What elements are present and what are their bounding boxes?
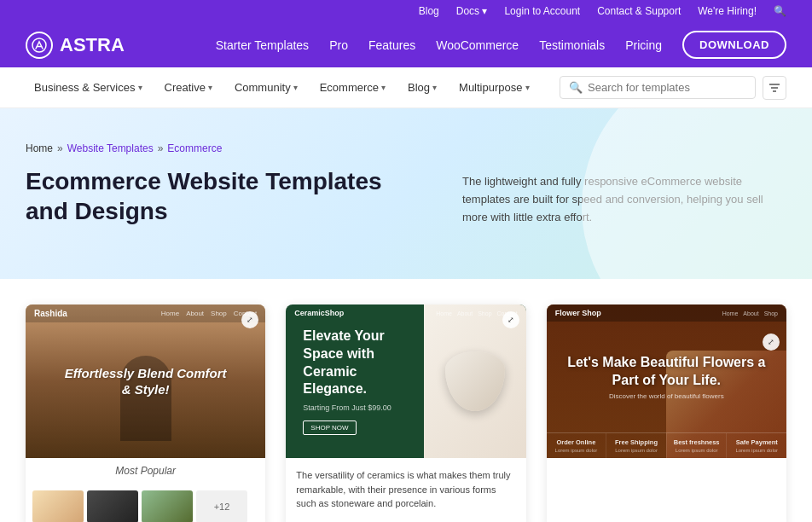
expand-icon[interactable]: ⤢ [763, 334, 780, 351]
card-hero: Let's Make Beautiful Flowers a Part of Y… [547, 322, 786, 432]
shop-now-button[interactable]: SHOP NOW [303, 420, 356, 435]
card-thumbnail: ⤢ CeramicShop Home About Shop Contact El… [286, 304, 525, 458]
hero-description: The lightweight and fully responsive eCo… [462, 166, 786, 226]
breadcrumb-website-templates[interactable]: Website Templates [67, 142, 154, 154]
thumbnail-mini[interactable] [32, 490, 84, 522]
card-description: The versatility of ceramics is what make… [286, 458, 525, 521]
template-section: Rashida Home About Shop Contact Effortle… [0, 279, 812, 522]
nav-pro[interactable]: Pro [329, 38, 348, 52]
search-icon: 🔍 [569, 81, 583, 94]
logo-icon [26, 32, 53, 59]
breadcrumb-home[interactable]: Home [26, 142, 53, 154]
chevron-down-icon: ▾ [208, 83, 212, 92]
chevron-down-icon: ▾ [381, 83, 386, 92]
chevron-down-icon: ▾ [293, 83, 298, 92]
search-input[interactable] [588, 81, 746, 94]
breadcrumb-current: Ecommerce [167, 142, 222, 154]
chevron-down-icon: ▾ [432, 83, 437, 92]
template-card: ⤢ Flower Shop Home About Shop Let's Make… [547, 304, 786, 522]
feature-item: Order Online Lorem ipsum dolor [547, 433, 607, 458]
feature-item: Safe Payment Lorem ipsum dolor [727, 433, 786, 458]
docs-link[interactable]: Docs ▾ [456, 5, 488, 17]
card-subtitle: Discover the world of beautiful flowers [555, 392, 778, 400]
thumbnail-mini[interactable] [87, 490, 138, 522]
contact-link[interactable]: Contact & Support [597, 5, 681, 17]
logo-text: ASTRA [60, 34, 125, 56]
card-content: Elevate Your Space with Ceramic Elegance… [286, 310, 423, 452]
main-nav: ASTRA Starter Templates Pro Features Woo… [0, 22, 812, 67]
category-nav: Business & Services ▾ Creative ▾ Communi… [26, 67, 538, 108]
card-badge: Most Popular [26, 458, 265, 484]
nav-pricing[interactable]: Pricing [625, 38, 662, 52]
chevron-down-icon: ▾ [525, 83, 530, 92]
card-thumbnail: Rashida Home About Shop Contact Effortle… [26, 304, 265, 458]
secondary-nav: Business & Services ▾ Creative ▾ Communi… [0, 67, 812, 108]
template-card: ⤢ CeramicShop Home About Shop Contact El… [286, 304, 525, 522]
card-title: Effortlessly Blend Comfort& Style! [65, 365, 227, 398]
card-title: Let's Make Beautiful Flowers a Part of Y… [555, 354, 778, 390]
card-subtitle: Starting From Just $99.00 [303, 403, 406, 412]
card-mini-nav: Flower Shop Home About Shop [547, 304, 786, 322]
hero-section: Home » Website Templates » Ecommerce Eco… [0, 108, 812, 279]
thumbnail-more[interactable]: +12 [196, 490, 247, 522]
nav-business-services[interactable]: Business & Services ▾ [26, 67, 151, 108]
chevron-down-icon: ▾ [138, 83, 142, 92]
template-card: Rashida Home About Shop Contact Effortle… [26, 304, 265, 522]
card-features: Order Online Lorem ipsum dolor Free Ship… [547, 432, 786, 458]
template-grid: Rashida Home About Shop Contact Effortle… [26, 304, 786, 522]
login-link[interactable]: Login to Account [504, 5, 580, 17]
nav-features[interactable]: Features [368, 38, 415, 52]
breadcrumb: Home » Website Templates » Ecommerce [26, 142, 786, 154]
blog-link[interactable]: Blog [419, 5, 439, 17]
nav-community[interactable]: Community ▾ [226, 67, 306, 108]
hiring-link[interactable]: We're Hiring! [698, 5, 757, 17]
hero-content: Ecommerce Website Templates and Designs … [26, 166, 786, 236]
nav-creative[interactable]: Creative ▾ [156, 67, 221, 108]
card-thumbnails-area: +12 [26, 484, 265, 522]
nav-starter-templates[interactable]: Starter Templates [216, 38, 309, 52]
top-bar: Blog Docs ▾ Login to Account Contact & S… [0, 0, 812, 22]
card-overlay: Effortlessly Blend Comfort& Style! [26, 304, 265, 458]
page-title: Ecommerce Website Templates and Designs [26, 166, 384, 226]
nav-testimonials[interactable]: Testimonials [539, 38, 605, 52]
nav-multipurpose[interactable]: Multipurpose ▾ [450, 67, 537, 108]
nav-woocommerce[interactable]: WooCommerce [436, 38, 519, 52]
main-nav-links: Starter Templates Pro Features WooCommer… [216, 31, 786, 59]
nav-blog[interactable]: Blog ▾ [399, 67, 445, 108]
hero-left: Ecommerce Website Templates and Designs [26, 166, 384, 236]
nav-ecommerce[interactable]: Ecommerce ▾ [311, 67, 394, 108]
feature-item: Best freshness Lorem ipsum dolor [667, 433, 728, 458]
search-box: 🔍 [560, 76, 756, 99]
search-icon-top[interactable]: 🔍 [774, 5, 786, 17]
filter-button[interactable] [763, 76, 786, 100]
feature-item: Free Shipping Lorem ipsum dolor [606, 433, 667, 458]
expand-icon[interactable]: ⤢ [502, 311, 519, 328]
search-area: 🔍 [560, 76, 786, 100]
logo[interactable]: ASTRA [26, 32, 125, 59]
card-thumbnail: ⤢ Flower Shop Home About Shop Let's Make… [547, 304, 786, 458]
download-button[interactable]: DOWNLOAD [682, 31, 786, 59]
card-title: Elevate Your Space with Ceramic Elegance… [303, 328, 406, 398]
card-mini-nav: CeramicShop Home About Shop Contact [286, 304, 525, 322]
thumbnail-mini[interactable] [142, 490, 193, 522]
